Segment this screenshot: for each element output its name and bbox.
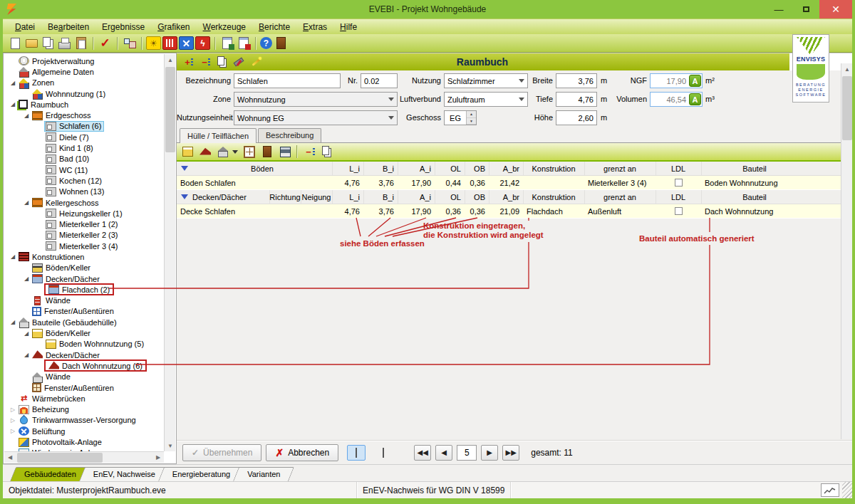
tree-item-mieterkeller-1-2[interactable]: Mieterkeller 1 (2) [4,219,164,229]
tree-item-zonen[interactable]: ◢Zonen [4,78,164,88]
tree-item-diele-7[interactable]: Diele (7) [4,132,164,142]
add-door-icon[interactable] [261,146,274,157]
cell-neigung[interactable] [301,204,332,218]
tree-item-erdgeschoss[interactable]: ◢Erdgeschoss [4,110,164,120]
help-icon[interactable]: ? [260,37,272,49]
table-row[interactable]: Boden Schlafen4,763,7617,900,440,3621,42… [177,176,852,190]
cell-ol[interactable]: 0,44 [435,176,465,189]
ldl-checkbox[interactable] [675,207,683,215]
nutzungseinheit-combobox[interactable]: Wohnung EG [234,110,398,125]
tree-expand-icon[interactable]: ▷ [9,417,17,424]
electricity-icon[interactable]: ϟ [195,36,210,50]
cell-name[interactable]: Decke Schlafen [177,204,269,218]
menu-item-werkzeuge[interactable]: Werkzeuge [197,21,252,33]
tree-collapse-icon[interactable]: ◢ [9,319,17,325]
delete-row-icon[interactable]: − [198,56,211,68]
cell-bauteil[interactable]: Dach Wohnnutzung [701,204,808,218]
ldl-checkbox[interactable] [675,179,683,187]
cell-grenzt_an[interactable]: Mieterkeller 3 (4) [584,176,656,189]
ngf-field[interactable]: 17,90A [650,73,703,88]
tree-collapse-icon[interactable]: ◢ [22,352,31,358]
breite-input[interactable] [556,73,597,88]
scroll-left-icon[interactable]: ◀ [4,452,16,463]
chevron-down-icon[interactable] [232,150,238,154]
cell-neigung[interactable] [301,176,332,189]
tree-item-bad-10[interactable]: Bad (10) [4,154,164,164]
tree-item-photovoltaik-anlage[interactable]: Photovoltaik-Anlage [4,436,164,447]
tree-item-flachdach-2[interactable]: Flachdach (2) [4,284,164,295]
add-window-icon[interactable] [243,146,256,157]
tab-beschreibung[interactable]: Beschreibung [258,128,321,142]
tree-item-bel-ftung[interactable]: ▷Belüftung [4,426,164,436]
record-number-input[interactable] [457,445,477,461]
cell-bauteil[interactable]: Boden Wohnnutzung [701,176,808,189]
main-vertical-scrollbar[interactable]: ▲ ▼ [841,63,852,439]
cell-ldl[interactable] [656,176,701,189]
cell-ol[interactable]: 0,36 [435,204,465,218]
tree-collapse-icon[interactable]: ◢ [22,112,31,119]
last-record-button[interactable]: ▶▶ [502,445,519,461]
tree-item-mieterkeller-2-3[interactable]: Mieterkeller 2 (3) [4,230,164,241]
cell-grenzt_an[interactable]: Außenluft [584,204,656,218]
cell-a_i[interactable]: 17,90 [398,176,435,189]
tree-item-w-nde[interactable]: Wände [4,372,164,382]
workspace-tab-varianten[interactable]: Varianten [236,467,291,481]
scroll-up-icon[interactable]: ▲ [841,63,853,75]
tree-item-mieterkeller-3-4[interactable]: Mieterkeller 3 (4) [4,241,164,251]
tree-item-w-nde[interactable]: Wände [4,295,164,306]
first-record-button[interactable]: ◀◀ [414,445,431,461]
tree-item-heizungskeller-1[interactable]: Heizungskeller (1) [4,208,164,219]
tree-item-wohnnutzung-1[interactable]: Wohnnutzung (1) [4,88,164,99]
tree-item-allgemeine-daten[interactable]: Allgemeine Daten [4,66,164,77]
tree-horizontal-scrollbar[interactable]: ◀ ▶ [4,451,164,463]
tree-item-trinkwarmwasser-versorgung[interactable]: ▷Trinkwarmwasser-Versorgung [4,415,164,426]
copy-row-icon[interactable] [320,146,333,157]
cell-name[interactable]: Boden Schlafen [177,176,269,189]
copy-room-icon[interactable] [215,56,228,68]
ventilation-system-icon[interactable] [179,36,194,50]
volumen-field[interactable]: 46,54A [650,92,703,107]
tree-collapse-icon[interactable]: ◢ [22,199,31,206]
cancel-button[interactable]: ✗Abbrechen [266,444,338,461]
exit-icon[interactable] [274,36,289,50]
tree-item-b-den-keller[interactable]: ◢Böden/Keller [4,327,164,338]
menu-item-extras[interactable]: Extras [296,21,333,33]
tree-collapse-icon[interactable]: ◢ [22,275,31,282]
report-pdf-icon[interactable] [236,36,251,50]
menu-item-hilfe[interactable]: Hilfe [333,21,363,33]
filter-icon[interactable] [181,166,188,171]
tree-collapse-icon[interactable]: ◢ [9,80,17,86]
form-view-toggle[interactable] [347,445,366,461]
heating-system-icon[interactable] [162,36,177,50]
tree-item-raumbuch[interactable]: ◢Raumbuch [4,99,164,110]
grid-view-toggle[interactable] [374,445,393,461]
hoehe-input[interactable] [556,110,597,125]
tree-item-konstruktionen[interactable]: ◢Konstruktionen [4,251,164,262]
tree-hscrollbar-thumb[interactable] [17,453,103,463]
tools-icon[interactable] [232,56,245,68]
cell-ldl[interactable] [656,204,701,218]
menu-item-datei[interactable]: Datei [9,21,41,33]
auto-calc-icon[interactable]: A [689,75,701,87]
main-scrollbar-thumb[interactable] [842,76,852,140]
cell-konstruktion[interactable] [523,176,584,189]
report-excel-icon[interactable] [219,36,234,50]
cell-ob[interactable]: 0,36 [465,204,489,218]
cell-richtung[interactable] [269,204,301,218]
tree-vertical-scrollbar[interactable]: ▲ ▼ [164,54,175,451]
cell-a_i[interactable]: 17,90 [398,204,435,218]
geschoss-spinner[interactable]: EG▲▼ [444,110,477,125]
tree-item-projektverwaltung[interactable]: Projektverwaltung [4,56,164,66]
workspace-tab-geb-udedaten[interactable]: Gebäudedaten [13,467,88,481]
tree-item-kind-1-8[interactable]: Kind 1 (8) [4,142,164,153]
print-icon[interactable] [57,36,72,50]
cell-richtung[interactable] [269,176,301,189]
tree-item-decken-d-cher[interactable]: ◢Decken/Dächer [4,273,164,284]
scroll-up-icon[interactable]: ▲ [165,54,176,65]
copy-icon[interactable] [41,36,56,50]
tree-item-bauteile-geb-udeh-lle[interactable]: ◢Bauteile (Gebäudehülle) [4,317,164,327]
add-wall-icon[interactable] [217,146,229,157]
chart-button[interactable] [821,483,839,497]
tree-collapse-icon[interactable]: ◢ [9,253,17,260]
delete-row-icon[interactable]: − [302,146,315,157]
